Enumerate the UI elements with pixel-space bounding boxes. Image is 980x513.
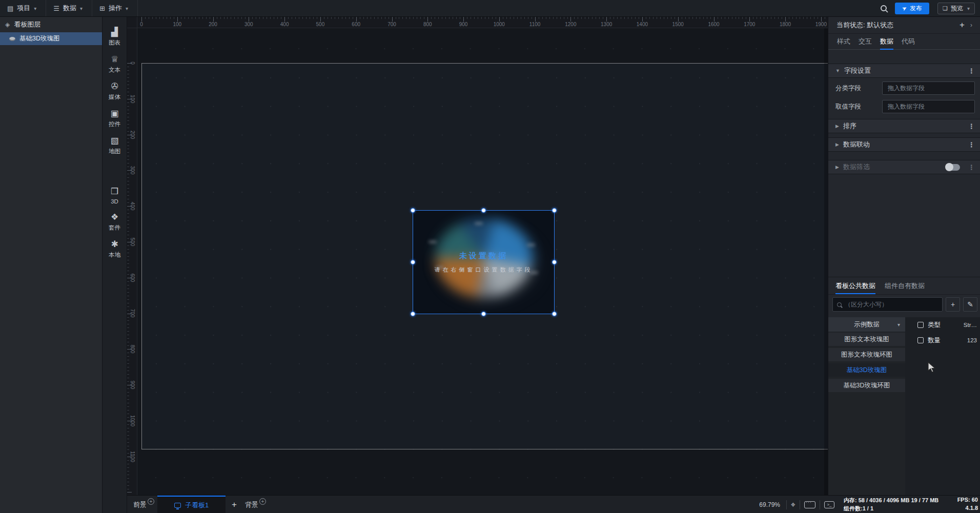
ruler-number: 1800 xyxy=(767,22,803,27)
chevron-right-icon[interactable]: › xyxy=(968,22,975,29)
field-drop-input[interactable]: 拖入数据字段 xyxy=(882,81,975,95)
dataset-item[interactable]: 图形文本玫瑰环图 xyxy=(828,348,905,361)
toolbox-item[interactable]: ▟ 图表 xyxy=(103,27,127,47)
rose-chart-component[interactable]: 未设置数据 请在右侧窗口设置数据字段 xyxy=(413,211,554,314)
component-count: 组件数:1 / 1 xyxy=(844,505,873,512)
filter-toggle-off[interactable] xyxy=(946,164,960,171)
layer-item[interactable]: 基础3D玫瑰图 xyxy=(0,32,102,45)
dataset-item[interactable]: 基础3D玫瑰环图 xyxy=(828,379,905,392)
kebab-menu-icon[interactable]: ⋮ xyxy=(968,122,975,130)
menu-label: 项目 xyxy=(17,4,30,13)
ruler-corner xyxy=(127,17,137,28)
sub-board-tab[interactable]: 子看板1 xyxy=(157,496,226,513)
field-label: 分类字段 xyxy=(833,84,882,93)
preview-button[interactable]: ❏ 预览 ▾ xyxy=(937,3,975,14)
field-label: 取值字段 xyxy=(833,102,882,111)
toolbox-item[interactable]: ▧ 地图 xyxy=(103,136,127,155)
toolbox-item[interactable]: ✱ 本地 xyxy=(103,239,127,259)
dataset-group-header[interactable]: 示例数据 ▾ xyxy=(828,317,905,332)
dataset-item[interactable]: 图形文本玫瑰图 xyxy=(828,333,905,346)
kebab-menu-icon[interactable]: ⋮ xyxy=(968,141,975,149)
data-field-name: 类型 xyxy=(928,321,941,330)
field-drop-input[interactable]: 拖入数据字段 xyxy=(882,100,975,113)
inspector-tab[interactable]: 代码 xyxy=(902,34,915,49)
shortcut-keyboard-button[interactable] xyxy=(800,500,820,509)
data-field-name: 数量 xyxy=(928,336,941,345)
ruler-number: 1500 xyxy=(660,22,696,27)
add-dataset-button[interactable]: + xyxy=(946,297,960,312)
toolbox-label: 媒体 xyxy=(109,93,120,101)
toolbox-label: 地图 xyxy=(109,148,120,155)
search-icon xyxy=(837,302,842,307)
ruler-number: 300 xyxy=(231,22,267,27)
dataset-item[interactable]: 基础3D玫瑰图 xyxy=(828,363,905,377)
circle-plus-icon[interactable]: + xyxy=(148,498,154,505)
layers-panel-title: 看板图层 xyxy=(14,20,40,29)
background-button[interactable]: 背景 + xyxy=(245,496,266,513)
publish-button[interactable]: ➤ 发布 xyxy=(895,3,929,14)
zoom-level[interactable]: 69.79% xyxy=(759,501,780,508)
ruler-number: 1000 xyxy=(130,415,135,426)
field-checkbox[interactable] xyxy=(917,337,924,343)
add-board-button[interactable]: + xyxy=(228,496,241,513)
toolbox-item[interactable]: ❖ 套件 xyxy=(103,212,127,232)
toolbox-item[interactable]: ♕ 文本 xyxy=(103,54,127,74)
data-panel-tab-label: 组件自有数据 xyxy=(885,281,925,291)
top-menu-item[interactable]: ☰ 数据 ▾ xyxy=(46,0,92,16)
component-toolbox: ▟ 图表 ♕ 文本 ✇ 媒体 ▣ 控件 ▧ 地图 ❒ 3D ❖ 套件 xyxy=(103,17,127,513)
toolbox-label: 图表 xyxy=(109,39,120,47)
ruler-number: 800 xyxy=(410,22,445,27)
foreground-button[interactable]: 前景 + xyxy=(133,496,154,513)
data-panel-tab[interactable]: 组件自有数据 xyxy=(885,277,925,294)
triangle-right-icon: ▶ xyxy=(835,142,839,147)
toolbox-item[interactable]: ❒ 3D xyxy=(103,187,127,204)
ruler-number: 200 xyxy=(195,22,231,27)
inspector-tab[interactable]: 交互 xyxy=(859,34,872,49)
dataset-search-box[interactable] xyxy=(832,297,943,312)
edit-dataset-button[interactable]: ✎ xyxy=(963,297,977,312)
top-menu-item[interactable]: ⊞ 操作 ▾ xyxy=(92,0,138,16)
inspector-tab[interactable]: 数据 xyxy=(880,34,893,49)
dataset-search-input[interactable] xyxy=(845,301,938,308)
kebab-menu-icon[interactable]: ⋮ xyxy=(968,67,975,75)
mouse-cursor xyxy=(928,362,936,375)
toolbox-item[interactable]: ▣ 控件 xyxy=(103,109,127,128)
section-field-settings[interactable]: ▼ 字段设置 ⋮ xyxy=(828,64,980,78)
search-icon[interactable] xyxy=(881,5,887,11)
kebab-menu-icon[interactable]: ⋮ xyxy=(968,163,975,171)
add-state-icon[interactable]: + xyxy=(956,20,968,30)
toolbox-item[interactable]: ✇ 媒体 xyxy=(103,81,127,101)
top-menu-item[interactable]: ▤ 项目 ▾ xyxy=(0,0,46,16)
chevron-down-icon: ▾ xyxy=(897,322,900,327)
triangle-right-icon: ▶ xyxy=(835,124,839,129)
inspector-tab[interactable]: 样式 xyxy=(837,34,850,49)
section-data-filter[interactable]: ▶ 数据筛选 ⋮ xyxy=(828,160,980,174)
triangle-right-icon: ▶ xyxy=(835,165,839,170)
data-panel-tab[interactable]: 看板公共数据 xyxy=(835,277,875,294)
canvas-scrollbar[interactable] xyxy=(824,28,828,495)
toolbox-label: 文本 xyxy=(109,66,120,74)
inspector-panel: 当前状态: 默认状态 + › 样式 交互 数据 代码 ▼ 字段设置 ⋮ xyxy=(828,17,980,495)
ruler-number: 500 xyxy=(130,238,135,247)
collapsed-section[interactable]: ▶ 数据联动 ⋮ xyxy=(828,137,980,152)
monitor-icon xyxy=(174,503,181,508)
toolbox-icon: ✱ xyxy=(111,239,118,250)
design-canvas[interactable]: 0100200300400500600700800900100011001200… xyxy=(127,17,828,495)
component-selection-box[interactable]: 未设置数据 请在右侧窗口设置数据字段 xyxy=(413,210,555,314)
menu-label: 操作 xyxy=(109,4,122,13)
circle-plus-icon[interactable]: + xyxy=(259,498,266,505)
inspector-tab-label: 代码 xyxy=(902,37,915,46)
ruler-number: 500 xyxy=(302,22,338,27)
layers-panel: ◈ 看板图层 基础3D玫瑰图 xyxy=(0,17,103,513)
collapsed-section[interactable]: ▶ 排序 ⋮ xyxy=(828,119,980,133)
publish-label: 发布 xyxy=(910,4,922,13)
field-checkbox[interactable] xyxy=(917,322,924,328)
paper-plane-icon: ➤ xyxy=(901,4,908,12)
ruler-number: 800 xyxy=(130,345,135,354)
chevron-down-icon: ▾ xyxy=(80,6,83,11)
ruler-number: 1400 xyxy=(624,22,660,27)
section-title: 排序 xyxy=(843,121,856,131)
console-button[interactable]: >_ xyxy=(820,500,839,509)
fit-screen-button[interactable]: ⌖ xyxy=(786,500,800,509)
menu-icon: ☰ xyxy=(53,5,59,12)
